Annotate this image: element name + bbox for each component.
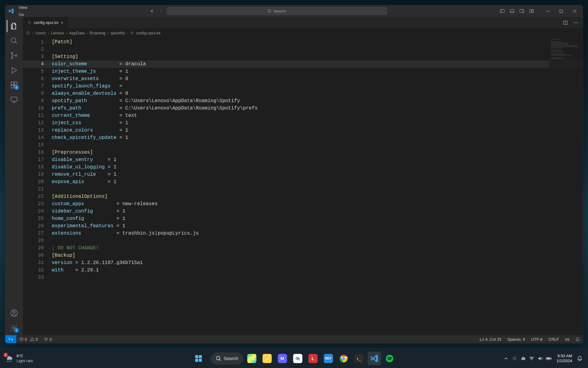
- code-line[interactable]: 1[Patch]: [23, 38, 583, 46]
- status-eol[interactable]: CRLF: [545, 335, 562, 343]
- code-line[interactable]: 33: [23, 274, 583, 281]
- code-line[interactable]: 22[AdditionalOptions]: [23, 193, 583, 200]
- activity-extensions[interactable]: 6: [7, 78, 21, 92]
- activity-search[interactable]: [7, 33, 21, 48]
- tray-chevron-icon[interactable]: [502, 354, 510, 363]
- window-maximize-button[interactable]: [555, 6, 567, 16]
- command-center[interactable]: Search: [167, 7, 387, 15]
- taskbar-clock[interactable]: 9:53 AM 1/2/2024: [553, 354, 575, 363]
- activity-accounts[interactable]: [7, 306, 21, 320]
- tray-wifi-icon[interactable]: [528, 354, 536, 363]
- svg-rect-13: [11, 82, 14, 85]
- taskbar-search[interactable]: Search: [211, 352, 243, 365]
- code-line[interactable]: 8always_enable_devtools = 0: [23, 90, 583, 97]
- breadcrumb-segment[interactable]: Lenovo: [51, 31, 64, 35]
- tray-volume-icon[interactable]: [536, 354, 544, 363]
- code-line[interactable]: 26experimental_features = 1: [23, 222, 583, 230]
- status-language[interactable]: Ini: [562, 335, 572, 343]
- code-line[interactable]: 7spotify_launch_flags =: [23, 82, 583, 90]
- code-line[interactable]: 20expose_apis = 1: [23, 178, 583, 186]
- warning-icon: [30, 337, 34, 341]
- tab-config-xpui[interactable]: config-xpui.ini ×: [23, 17, 68, 28]
- start-button[interactable]: [192, 352, 205, 365]
- taskbar-app-chrome[interactable]: [337, 352, 350, 365]
- code-line[interactable]: 5inject_theme_js = 1: [23, 68, 583, 75]
- code-line[interactable]: 10prefs_path = C:\Users\Lenovo\AppData\R…: [23, 105, 583, 112]
- layout-sidebar-right-icon[interactable]: [517, 6, 526, 16]
- code-line[interactable]: 32with = 2.29.1: [23, 266, 583, 274]
- layout-panel-icon[interactable]: [507, 6, 517, 16]
- status-problems[interactable]: 0 0: [16, 335, 41, 343]
- status-encoding[interactable]: UTF-8: [528, 335, 545, 343]
- breadcrumb-segment[interactable]: Roaming: [90, 31, 106, 35]
- taskbar-app-spotify[interactable]: [383, 352, 396, 365]
- taskbar-app-dev[interactable]: DEV: [322, 352, 335, 365]
- taskbar-app-store[interactable]: 🛍: [291, 352, 304, 365]
- activity-remote-explorer[interactable]: [7, 92, 21, 107]
- remote-indicator[interactable]: [5, 335, 16, 343]
- breadcrumb[interactable]: C:›Users›Lenovo›AppData›Roaming›spicetif…: [23, 29, 583, 37]
- tray-onedrive-icon[interactable]: [519, 354, 527, 363]
- window-close-button[interactable]: [568, 6, 581, 16]
- code-line[interactable]: 12inject_css = 1: [23, 119, 583, 127]
- code-line[interactable]: 31version = 1.2.26.1187.g36b715a1: [23, 259, 583, 266]
- taskbar-app-explorer[interactable]: 📁: [260, 352, 274, 365]
- code-line[interactable]: 21: [23, 186, 583, 193]
- breadcrumb-segment[interactable]: Users: [36, 31, 46, 35]
- code-line[interactable]: 28: [23, 237, 583, 244]
- taskbar-app-l[interactable]: L: [306, 352, 320, 365]
- code-line[interactable]: 16[Preprocesses]: [23, 149, 583, 156]
- tray-notifications-icon[interactable]: [576, 354, 584, 363]
- status-cursor[interactable]: Ln 4, Col 33: [477, 335, 504, 343]
- nav-forward-button[interactable]: [157, 7, 165, 15]
- activity-source-control[interactable]: [7, 48, 21, 63]
- tray-location-icon[interactable]: [511, 354, 518, 363]
- code-line[interactable]: 24sidebar_config = 1: [23, 208, 583, 215]
- editor-content[interactable]: 1[Patch]23[Setting]4color_scheme = dracu…: [23, 37, 583, 335]
- taskbar-app-pycharm[interactable]: PC: [245, 352, 258, 365]
- svg-rect-44: [551, 358, 552, 359]
- menu-view[interactable]: View: [16, 5, 37, 11]
- breadcrumb-segment[interactable]: C:: [27, 31, 31, 35]
- code-line[interactable]: 23custom_apps = new-releases: [23, 200, 583, 208]
- taskbar-app-mastodon[interactable]: M: [276, 352, 289, 365]
- code-line[interactable]: 4color_scheme = dracula: [23, 60, 583, 68]
- status-indent[interactable]: Spaces: 4: [504, 335, 528, 343]
- taskbar-app-vscode[interactable]: [368, 352, 381, 365]
- tray-battery-icon[interactable]: [545, 354, 553, 363]
- code-line[interactable]: 25home_config = 1: [23, 215, 583, 222]
- activity-explorer[interactable]: [7, 19, 21, 33]
- code-line[interactable]: 13replace_colors = 1: [23, 127, 583, 134]
- code-line[interactable]: 6overwrite_assets = 0: [23, 75, 583, 82]
- activity-settings[interactable]: 1: [7, 320, 21, 335]
- status-ports[interactable]: 0: [41, 335, 55, 343]
- breadcrumb-segment[interactable]: config-xpui.ini: [136, 31, 160, 35]
- code-line[interactable]: 2: [23, 46, 583, 53]
- nav-back-button[interactable]: [148, 7, 156, 15]
- svg-point-23: [574, 22, 575, 23]
- customize-layout-icon[interactable]: [527, 6, 536, 16]
- activity-run-debug[interactable]: [7, 63, 21, 78]
- code-line[interactable]: 3[Setting]: [23, 53, 583, 60]
- code-line[interactable]: 18disable_ui_logging = 1: [23, 163, 583, 171]
- taskbar-app-terminal[interactable]: ›_: [352, 352, 366, 365]
- window-minimize-button[interactable]: [541, 6, 554, 16]
- code-line[interactable]: 9spotify_path = C:\Users\Lenovo\AppData\…: [23, 97, 583, 105]
- code-line[interactable]: 19remove_rtl_rule = 1: [23, 171, 583, 178]
- breadcrumb-segment[interactable]: AppData: [69, 31, 85, 35]
- more-actions-icon[interactable]: [571, 18, 580, 27]
- code-line[interactable]: 27extensions = trashbin.js|popupLyrics.j…: [23, 230, 583, 237]
- split-editor-icon[interactable]: [561, 18, 570, 27]
- code-line[interactable]: 15: [23, 141, 583, 149]
- minimap[interactable]: [549, 37, 583, 335]
- code-line[interactable]: 29; DO NOT CHANGE!: [23, 244, 583, 252]
- breadcrumb-segment[interactable]: spicetify: [111, 31, 125, 35]
- status-notifications[interactable]: [572, 335, 583, 343]
- layout-sidebar-left-icon[interactable]: [498, 6, 507, 16]
- tab-close-icon[interactable]: ×: [61, 20, 63, 25]
- code-line[interactable]: 30[Backup]: [23, 252, 583, 259]
- code-line[interactable]: 14check_spicetify_update = 1: [23, 134, 583, 141]
- taskbar-weather[interactable]: 1 8°C Light rain: [4, 354, 33, 363]
- code-line[interactable]: 17disable_sentry = 1: [23, 156, 583, 163]
- code-line[interactable]: 11current_theme = text: [23, 112, 583, 119]
